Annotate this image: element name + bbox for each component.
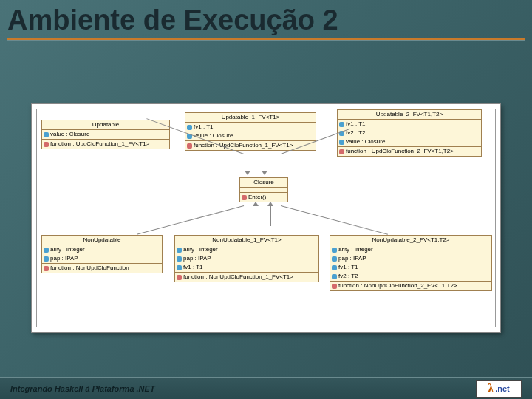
connector: [137, 205, 244, 235]
operation-icon: [339, 149, 344, 154]
attribute-icon: [44, 132, 49, 137]
class-name: Updatable: [42, 120, 169, 130]
footer: Integrando Haskell à Plataforma .NET λ .…: [0, 377, 532, 399]
attribute-icon: [44, 248, 49, 253]
attribute-icon: [332, 248, 337, 253]
logo: λ .net: [476, 380, 522, 398]
operation-icon: [187, 143, 192, 149]
footer-text: Integrando Haskell à Plataforma .NET: [10, 384, 155, 393]
attr-row: fv2 : T2: [338, 129, 481, 137]
attribute-icon: [177, 248, 182, 253]
lambda-icon: λ: [488, 382, 494, 395]
attribute-icon: [339, 140, 344, 145]
operation-icon: [177, 275, 182, 280]
op-row: function : UpdCloFunction_1_FV<T1>: [42, 139, 169, 149]
attr-row: value : Closure: [42, 130, 169, 139]
op-row: function : NonUpdCloFunction_2_FV<T1,T2>: [330, 281, 491, 290]
class-name: NonUpdatable_1_FV<T1>: [175, 236, 318, 245]
op-row: function : NonUpdCloFunction_1_FV<T1>: [175, 272, 318, 282]
title-underline: [7, 40, 525, 41]
attribute-icon: [177, 265, 182, 270]
attr-row: arity : Integer: [330, 245, 491, 254]
arrow-head-icon: [262, 171, 267, 175]
attr-row: pap : IPAP: [42, 254, 162, 263]
class-nonupdatable-1: NonUpdatable_1_FV<T1> arity : Integer pa…: [174, 235, 319, 282]
class-updatable-2: Updatable_2_FV<T1,T2> fv1 : T1 fv2 : T2 …: [337, 109, 482, 157]
attribute-icon: [187, 125, 192, 130]
arrow-head-icon: [245, 171, 250, 175]
attribute-icon: [332, 256, 337, 262]
class-closure: Closure Enter(): [239, 177, 288, 202]
attribute-icon: [339, 122, 344, 127]
attr-row: fv2 : T2: [330, 272, 491, 281]
attr-row: arity : Integer: [175, 245, 318, 254]
connector: [270, 204, 271, 226]
op-row: function : NonUpdCloFunction: [42, 263, 162, 273]
diagram-inner: Updatable value : Closure function : Upd…: [36, 109, 496, 327]
attribute-icon: [177, 256, 182, 262]
class-updatable-1: Updatable_1_FV<T1> fv1 : T1 value : Clos…: [185, 112, 316, 151]
attribute-icon: [44, 256, 49, 262]
diagram-canvas: Updatable value : Closure function : Upd…: [31, 103, 501, 332]
op-row: Enter(): [240, 192, 287, 202]
title-bar: Ambiente de Execução 2: [7, 4, 525, 41]
attr-row: value : Closure: [338, 137, 481, 146]
class-name: Updatable_2_FV<T1,T2>: [338, 110, 481, 120]
class-updatable: Updatable value : Closure function : Upd…: [41, 120, 170, 149]
slide-title: Ambiente de Execução 2: [7, 4, 525, 40]
attr-row: pap : IPAP: [330, 254, 491, 263]
class-nonupdatable-2: NonUpdatable_2_FV<T1,T2> arity : Integer…: [330, 235, 492, 291]
attr-row: pap : IPAP: [175, 254, 318, 263]
attr-row: fv1 : T1: [175, 263, 318, 272]
operation-icon: [242, 195, 247, 200]
arrow-head-icon: [267, 202, 273, 206]
attr-row: fv1 : T1: [338, 120, 481, 129]
class-name: NonUpdatable_2_FV<T1,T2>: [330, 236, 491, 245]
connector: [256, 204, 256, 226]
attr-row: arity : Integer: [42, 245, 162, 254]
class-nonupdatable: NonUpdatable arity : Integer pap : IPAP …: [41, 235, 163, 273]
operation-icon: [44, 142, 49, 147]
attr-row: fv1 : T1: [185, 123, 316, 132]
attribute-icon: [332, 274, 337, 279]
op-row: function : UpdCloFunction_2_FV<T1,T2>: [338, 146, 481, 156]
operation-icon: [44, 266, 49, 271]
attr-row: fv1 : T1: [330, 263, 491, 272]
class-name: Updatable_1_FV<T1>: [185, 113, 316, 123]
class-name: NonUpdatable: [42, 236, 162, 245]
dotnet-label: .net: [495, 384, 510, 393]
arrow-head-icon: [253, 202, 259, 206]
connector: [281, 205, 388, 235]
class-name: Closure: [240, 178, 287, 188]
attribute-icon: [332, 265, 337, 270]
operation-icon: [332, 284, 337, 289]
